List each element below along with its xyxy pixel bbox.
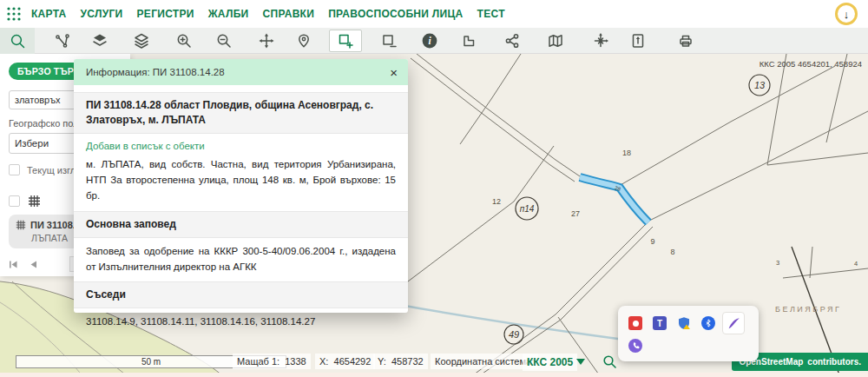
svg-text:3: 3: [776, 259, 779, 267]
zoom-out-tool-button[interactable]: [207, 30, 240, 52]
svg-text:9: 9: [650, 237, 654, 246]
select-rect-add-icon: [337, 32, 354, 50]
current-view-checkbox[interactable]: [9, 164, 20, 175]
quill-pen-icon[interactable]: [722, 312, 745, 334]
menu-test[interactable]: ТЕСТ: [477, 8, 505, 20]
parcel-heading: ПИ 31108.14.28 област Пловдив, община Ас…: [74, 92, 408, 134]
main-menu: КАРТА УСЛУГИ РЕГИСТРИ ЖАЛБИ СПРАВКИ ПРАВ…: [31, 8, 505, 20]
bluetooth-icon[interactable]: [701, 316, 715, 330]
search-tool-button[interactable]: [0, 28, 35, 54]
axes-tool-button[interactable]: [584, 30, 617, 52]
info-tool-button[interactable]: i: [413, 30, 446, 52]
chevron-down-icon[interactable]: [576, 359, 585, 365]
grid-layer-icon: [28, 195, 41, 208]
map-fold-tool-button[interactable]: [539, 30, 572, 52]
layers-tool-button[interactable]: [83, 30, 116, 52]
topology-icon: [54, 32, 71, 50]
info-popup: Информация: ПИ 31108.14.28 × ПИ 31108.14…: [74, 59, 408, 313]
select-remove-tool-button[interactable]: [372, 30, 405, 52]
measure-area-icon: [460, 32, 477, 50]
pan-icon: [258, 32, 275, 50]
svg-text:18: 18: [622, 149, 631, 157]
measure-tool-button[interactable]: [452, 30, 485, 52]
pan-tool-button[interactable]: [250, 30, 283, 52]
teams-icon[interactable]: T: [653, 316, 667, 330]
share-nodes-icon: [503, 32, 521, 50]
location-tool-button[interactable]: [287, 30, 320, 52]
svg-text:8: 8: [670, 248, 674, 256]
svg-text:27: 27: [571, 209, 580, 218]
order-section-header: Основна заповед: [74, 211, 408, 238]
scale-readout: Мащаб 1: 1338: [233, 354, 311, 369]
svg-text:49: 49: [509, 329, 519, 340]
grid-item-icon: [16, 220, 26, 230]
map-coordinate-readout: ККС 2005 4654201, 458924: [760, 59, 862, 69]
menu-karta[interactable]: КАРТА: [31, 8, 67, 20]
layers-filled-icon: [91, 32, 108, 50]
zoom-in-tool-button[interactable]: [168, 30, 201, 52]
layer-checkbox[interactable]: [9, 195, 20, 207]
down-arrow-icon: ↓: [844, 8, 850, 21]
print-tool-button[interactable]: [669, 30, 702, 52]
topology-tool-button[interactable]: [46, 30, 79, 52]
map-toolbar: i: [0, 28, 868, 54]
zoom-out-icon: [215, 32, 233, 50]
select-add-tool-button[interactable]: [329, 30, 362, 52]
y-coordinate: Y: 458732: [373, 354, 428, 369]
info-icon: i: [421, 32, 438, 50]
search-icon: [9, 32, 26, 50]
first-page-button[interactable]: [9, 260, 18, 269]
info-popup-header: Информация: ПИ 31108.14.28 ×: [74, 59, 408, 85]
viber-icon[interactable]: [628, 339, 642, 353]
close-icon[interactable]: ×: [390, 66, 398, 79]
x-coordinate: X: 4654292: [315, 354, 375, 369]
search-icon: [602, 354, 617, 369]
menu-pravosposobni-litsa[interactable]: ПРАВОСПОСОБНИ ЛИЦА: [328, 8, 463, 20]
apps-grid-icon[interactable]: [6, 6, 22, 22]
red-app-icon[interactable]: [628, 316, 642, 330]
svg-text:п14: п14: [520, 204, 535, 214]
location-pin-icon: [295, 32, 312, 50]
share-tool-button[interactable]: [496, 30, 529, 52]
svg-text:12: 12: [492, 197, 501, 206]
neighbors-list: 31108.14.9, 31108.14.11, 31108.14.16, 31…: [86, 314, 396, 329]
export-page-icon: [629, 32, 647, 50]
order-text: Заповед за одобрение на КККР 300-5-40/09…: [86, 243, 396, 275]
bottom-edge-strip: [0, 373, 868, 377]
svg-text:4: 4: [854, 260, 858, 268]
status-search-button[interactable]: [602, 354, 617, 372]
zoom-in-icon: [175, 32, 193, 50]
select-rect-remove-icon: [380, 32, 398, 50]
menu-zhalbi[interactable]: ЖАЛБИ: [208, 8, 249, 20]
menu-uslugi[interactable]: УСЛУГИ: [81, 8, 123, 20]
info-popup-title: Информация: ПИ 31108.14.28: [86, 67, 225, 77]
layer-stack-tool-button[interactable]: [125, 30, 158, 52]
export-tool-button[interactable]: [621, 30, 654, 52]
security-shield-icon[interactable]: [677, 316, 691, 330]
prev-page-button[interactable]: [30, 260, 37, 269]
neighbors-section-header: Съседи: [74, 281, 408, 308]
layer-stack-icon: [133, 32, 150, 50]
add-to-list-link[interactable]: Добави в списък с обекти: [86, 141, 205, 151]
map-fold-icon: [547, 32, 564, 50]
system-tray-popup: T: [618, 306, 759, 361]
menu-spravki[interactable]: СПРАВКИ: [263, 8, 315, 20]
menu-registri[interactable]: РЕГИСТРИ: [137, 8, 194, 20]
crs-selector[interactable]: ККС 2005: [523, 354, 577, 371]
top-nav-bar: КАРТА УСЛУГИ РЕГИСТРИ ЖАЛБИ СПРАВКИ ПРАВ…: [0, 0, 868, 28]
map-place-label: БЕЛИЯБРЯГ: [775, 305, 841, 314]
svg-text:13: 13: [754, 80, 766, 90]
collapse-panel-button[interactable]: ↓: [835, 3, 858, 25]
coordinate-axes-icon: [592, 32, 609, 50]
parcel-details: м. ЛЪПАТА, вид собств. Частна, вид терит…: [86, 156, 396, 204]
info-popup-body: ПИ 31108.14.28 област Пловдив, община Ас…: [74, 92, 408, 330]
printer-icon: [677, 32, 694, 50]
